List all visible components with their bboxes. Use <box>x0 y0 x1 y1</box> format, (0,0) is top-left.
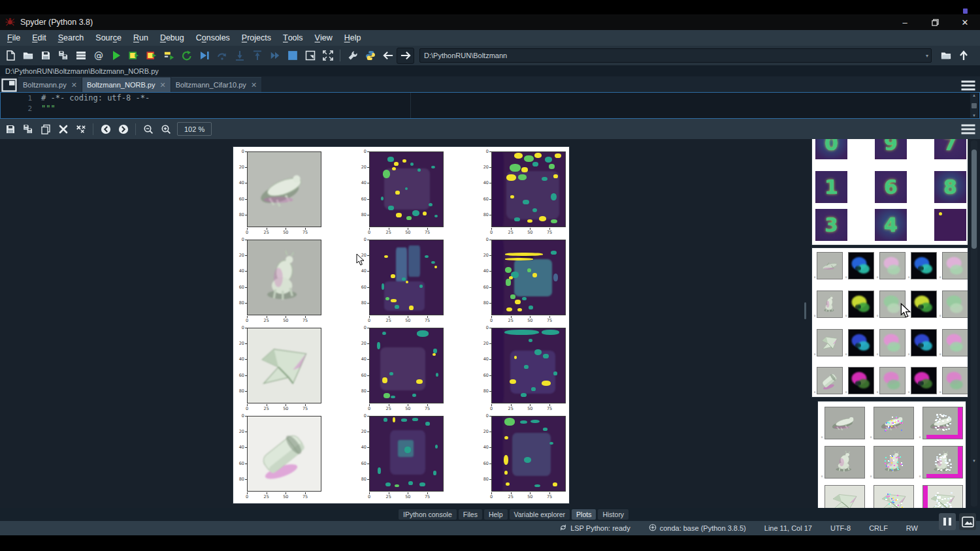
map-blob <box>378 467 380 474</box>
step-return-button[interactable] <box>248 47 266 64</box>
mnist-digit-blank <box>934 209 966 241</box>
save-plot-button[interactable] <box>1 121 19 138</box>
map-blob <box>394 162 399 166</box>
conda-status: conda: base (Python 3.8.5) <box>649 524 746 533</box>
map-blob <box>542 330 559 335</box>
step-into-button[interactable] <box>231 47 248 64</box>
picture-overlay-icon[interactable] <box>959 513 976 530</box>
map-blob <box>506 307 512 312</box>
scrollbar-thumb[interactable] <box>972 150 977 249</box>
pane-tab-plots[interactable]: Plots <box>572 509 596 520</box>
editor-options-button[interactable] <box>960 78 976 93</box>
thumbnail-norb-3col-figure[interactable]: 000000000 <box>818 401 966 508</box>
minimize-button[interactable]: – <box>890 14 920 30</box>
map-blob <box>506 482 510 486</box>
editor-tab-boltzmann-py[interactable]: Boltzmann.py✕ <box>18 77 82 92</box>
map-blob <box>395 484 399 488</box>
tick-mark <box>367 464 369 464</box>
pause-button[interactable] <box>939 513 956 530</box>
back-button[interactable] <box>379 47 397 64</box>
mini-map-soft <box>942 329 968 356</box>
open-file-button[interactable] <box>19 47 37 64</box>
map-blob <box>423 212 427 215</box>
close-all-plots-button[interactable] <box>72 121 90 138</box>
step-over-icon <box>217 50 227 61</box>
symbol-finder-button[interactable]: @ <box>90 47 107 64</box>
save-all-plots-button[interactable] <box>19 121 37 138</box>
pane-tab-files[interactable]: Files <box>459 509 482 520</box>
browse-working-directory-button[interactable] <box>937 47 955 64</box>
next-plot-button[interactable] <box>114 121 132 138</box>
forward-button[interactable] <box>397 48 414 64</box>
maximize-pane-button[interactable] <box>301 47 319 64</box>
map-patch <box>512 433 550 476</box>
x-tick-label: 50 <box>280 406 291 411</box>
menu-help[interactable]: Help <box>338 30 367 46</box>
pane-tab-help[interactable]: Help <box>484 509 508 520</box>
close-tab-icon[interactable]: ✕ <box>159 81 165 89</box>
working-directory-combo[interactable]: D:\PythonRUN\Boltzmann▾ <box>419 48 932 63</box>
close-plot-button[interactable] <box>54 121 72 138</box>
new-file-button[interactable] <box>1 47 19 64</box>
map-blob <box>429 203 433 207</box>
rerun-cell-button[interactable] <box>178 47 195 64</box>
menu-edit[interactable]: Edit <box>26 30 52 46</box>
editor-tab-boltzmann-cifar10-py[interactable]: Boltzmann_Cifar10.py✕ <box>171 77 261 92</box>
browse-tabs-button[interactable] <box>1 78 17 92</box>
line-number: 2 <box>1 104 41 113</box>
pane-tab-variable-explorer[interactable]: Variable explorer <box>510 509 570 520</box>
pane-tab-ipython-console[interactable]: IPython console <box>399 509 457 520</box>
preferences-button[interactable] <box>344 47 361 64</box>
menu-consoles[interactable]: Consoles <box>190 30 236 46</box>
previous-plot-button[interactable] <box>97 121 114 138</box>
restore-button[interactable] <box>920 14 950 30</box>
run-file-button[interactable] <box>107 47 125 64</box>
pane-splitter[interactable] <box>804 302 806 319</box>
file-switcher-button[interactable] <box>72 47 90 64</box>
editor-scrollbar[interactable]: ▲▼ <box>970 93 978 118</box>
pane-tab-history[interactable]: History <box>598 509 629 520</box>
close-tab-icon[interactable]: ✕ <box>71 81 77 89</box>
editor-tab-boltzmann-norb-py[interactable]: Boltzmann_NORB.py✕ <box>82 77 171 92</box>
run-selection-button[interactable] <box>160 47 178 64</box>
run-cell-advance-button[interactable] <box>142 47 160 64</box>
debug-file-button[interactable] <box>195 47 213 64</box>
menu-run[interactable]: Run <box>127 30 154 46</box>
copy-plot-button[interactable] <box>37 121 54 138</box>
menu-file[interactable]: File <box>1 30 26 46</box>
menu-projects[interactable]: Projects <box>236 30 277 46</box>
menu-source[interactable]: Source <box>90 30 127 46</box>
zoom-out-button[interactable] <box>139 121 157 138</box>
code-editor[interactable]: 1# -*- coding: utf-8 -*-2"""▲▼ <box>0 92 980 119</box>
menu-search[interactable]: Search <box>52 30 90 46</box>
python-path-manager-button[interactable] <box>361 47 379 64</box>
working-directory-value: D:\PythonRUN\Boltzmann <box>424 52 507 59</box>
menu-tools[interactable]: Tools <box>277 30 309 46</box>
parent-directory-button[interactable] <box>955 47 972 64</box>
save-file-button[interactable] <box>37 47 54 64</box>
run-cell-button[interactable] <box>125 47 142 64</box>
y-tick-label: 0 <box>478 413 489 418</box>
menu-debug[interactable]: Debug <box>154 30 190 46</box>
zoom-in-button[interactable] <box>157 121 174 138</box>
tick-mark <box>489 464 491 464</box>
fullscreen-mode-button[interactable] <box>319 47 336 64</box>
plots-options-button[interactable] <box>960 122 976 136</box>
tick-mark <box>247 228 248 230</box>
map-blob <box>534 349 542 355</box>
continue-execution-button[interactable] <box>266 47 284 64</box>
close-tab-icon[interactable]: ✕ <box>251 81 257 89</box>
map-blob <box>549 442 553 445</box>
fullscreen-mode-icon <box>323 50 333 61</box>
thumbnail-mnist-figure[interactable]: 09716834 <box>812 139 968 245</box>
stop-debug-button[interactable] <box>284 47 301 64</box>
mini-photo <box>817 329 843 356</box>
y-tick-label: 20 <box>234 341 244 346</box>
save-all-button[interactable] <box>54 47 72 64</box>
thumbnail-scrollbar[interactable]: ▾ <box>971 140 977 507</box>
menu-view[interactable]: View <box>309 30 338 46</box>
step-over-button[interactable] <box>213 47 231 64</box>
close-button[interactable]: ✕ <box>950 14 980 30</box>
chevron-down-icon: ▾ <box>971 458 977 464</box>
thumbnail-norb-5col-figure[interactable]: 00000000000000000000 <box>812 248 968 397</box>
